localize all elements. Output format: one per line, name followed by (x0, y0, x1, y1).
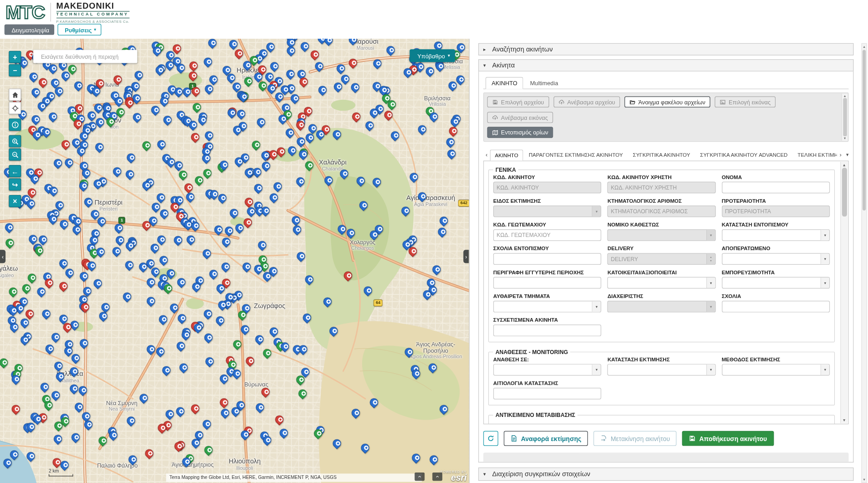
tab-sygkritika-advanced[interactable]: ΣΥΓΚΡΙΤΙΚΑ ΑΚΙΝΗΤΟΥ ADVANCED (696, 149, 792, 160)
select-input-nomiko-kathestos (608, 229, 715, 241)
field-label-kod-geotemaxiou: ΚΩΔ. ΓΕΩΤΕΜΑΧΙΟΥ (493, 221, 601, 227)
zoom-in-tool-button[interactable] (9, 135, 21, 148)
sampling-button[interactable]: Δειγματοληψία (5, 24, 54, 35)
dropdown-arrow-icon[interactable]: ▼ (706, 277, 715, 288)
field-methodos-ektimisis: ΜΕΘΟΔΟΣ ΕΚΤΙΜΗΣΗΣ▼ (722, 356, 830, 376)
map-background (0, 39, 470, 483)
basemap-button[interactable]: Υπόβαθρο ▾ (410, 49, 455, 62)
locate-bounds-button[interactable]: Εντοπισμός ορίων (487, 127, 553, 138)
map-search-input[interactable] (40, 52, 133, 60)
field-label-katoikeitai-axiopoieitai: ΚΑΤΟΙΚΕΙΤΑΙ/ΑΞΙΟΠΟΙΕΙΤΑΙ (608, 269, 715, 275)
chevron-up-button[interactable]: › (432, 473, 442, 481)
dropdown-arrow-icon[interactable]: ▼ (592, 301, 601, 312)
left-panel-handle[interactable]: ‹ (0, 250, 5, 263)
tab-property[interactable]: ΑΚΙΝΗΤΟ (485, 77, 523, 89)
select-input-authaireta-tmimata[interactable] (493, 301, 601, 313)
dropdown-arrow-icon[interactable]: ▼ (821, 277, 829, 288)
dropdown-arrow-icon[interactable]: ▼ (706, 365, 715, 375)
tab-multimedia[interactable]: Multimedia (525, 77, 564, 88)
tab-akinito[interactable]: ΑΚΙΝΗΤΟ (490, 149, 523, 160)
open-file-folder-button[interactable]: Άνοιγμα φακέλου αρχείων (624, 97, 710, 108)
dropdown-arrow-icon[interactable]: ▼ (821, 254, 829, 264)
select-input-anathesi-se[interactable] (493, 364, 601, 376)
tab-teliki-ektimisi[interactable]: ΤΕΛΙΚΗ ΕΚΤΙΜΗΣΗ (793, 149, 837, 160)
upload-file-label: Ανέβασμα αρχείου (567, 98, 615, 105)
scrollbar-thumb[interactable] (842, 168, 847, 216)
info-button[interactable] (9, 118, 21, 131)
select-methodos-ektimisis[interactable]: ▼ (722, 364, 830, 376)
input-kod-geotemaxiou[interactable] (493, 229, 601, 241)
input-onoma[interactable] (722, 182, 830, 194)
close-tools-button[interactable]: × (9, 195, 21, 207)
tab-sygkritika[interactable]: ΣΥΓΚΡΙΤΙΚΑ ΑΚΙΝΗΤΟΥ (628, 149, 694, 160)
tabs-scroll-left-icon[interactable]: ‹ (483, 151, 490, 158)
select-diaxeiristis: ▼ (608, 301, 715, 313)
input-sxolia[interactable] (722, 301, 830, 313)
dropdown-arrow-icon[interactable]: ▼ (592, 365, 601, 375)
accordion-search-properties[interactable]: ▸ Αναζήτηση ακινήτων (478, 43, 853, 56)
map[interactable]: ΜαρούσιMarousiΜελίσσιαMelissiaΗράκλειοIr… (0, 39, 470, 483)
home-icon (11, 91, 19, 98)
input-sysxetismena-akinita[interactable] (493, 324, 601, 336)
tabs-overflow-icon[interactable]: ▾ (846, 152, 849, 157)
input-sxolia-entopismou[interactable] (493, 253, 601, 265)
previous-extent-button[interactable]: ← (9, 165, 21, 177)
field-label-ktimatologikos-arithmos: ΚΤΗΜΑΤΟΛΟΓΙΚΟΣ ΑΡΙΘΜΟΣ (608, 198, 715, 204)
input-perigrafi-eggyteris-perioxis[interactable] (493, 277, 601, 289)
chevron-up-button[interactable]: › (414, 473, 424, 481)
select-authaireta-tmimata[interactable]: ▼ (493, 301, 601, 313)
field-label-katastasi-ektimisis: ΚΑΤΑΣΤΑΣΗ ΕΚΤΙΜΗΣΗΣ (608, 356, 715, 362)
accordion-comparables[interactable]: ▾ Διαχείριση συγκριτικών στοιχείων (478, 468, 853, 481)
scroll-up-icon[interactable]: ▲ (842, 163, 846, 167)
collapse-panel-handle[interactable]: › (463, 250, 469, 263)
home-button[interactable] (9, 88, 21, 101)
field-label-kod-akinitou: ΚΩΔ. ΑΚΙΝΗΤΟΥ (493, 174, 601, 180)
next-extent-button[interactable]: ↪ (9, 178, 21, 190)
scroll-up-icon[interactable]: ▲ (863, 45, 866, 48)
scroll-up-icon[interactable]: ▲ (843, 94, 846, 98)
panel-scrollbar[interactable]: ▲ ▼ (861, 43, 867, 483)
input-aitiologia-katastasis[interactable] (493, 388, 601, 400)
select-katastasi-ektimisis[interactable]: ▼ (608, 364, 715, 376)
select-emporeusimotita[interactable]: ▼ (722, 277, 830, 289)
tabs-scroll-right-icon[interactable]: › (837, 151, 844, 158)
select-anathesi-se[interactable]: ▼ (493, 364, 601, 376)
locate-button[interactable] (9, 102, 21, 114)
select-input-katastasi-entopismou[interactable] (722, 229, 830, 241)
field-proteraiotita: ΠΡΟΤΕΡΑΙΟΤΗΤΑ (722, 198, 830, 217)
select-input-katoikeitai-axiopoieitai[interactable] (608, 277, 715, 289)
select-apoperatomeno[interactable]: ▼ (722, 253, 830, 265)
select-katastasi-entopismou[interactable]: ▼ (722, 229, 830, 241)
refresh-button[interactable] (483, 431, 498, 446)
dropdown-arrow-icon[interactable]: ▼ (821, 230, 829, 240)
select-katoikeitai-axiopoieitai[interactable]: ▼ (608, 277, 715, 289)
refresh-icon (487, 435, 495, 442)
save-property-button[interactable]: Αποθήκευση ακινήτου (682, 431, 774, 446)
valuation-report-button[interactable]: Αναφορά εκτίμησης (504, 431, 588, 446)
scroll-down-icon[interactable]: ▼ (843, 137, 846, 140)
scroll-down-icon[interactable]: ▼ (842, 418, 846, 422)
scalebar-rule (49, 474, 73, 477)
header-toolbar: Δειγματοληψία Ρυθμίσεις ▾ (5, 24, 101, 36)
zoom-out-button[interactable]: − (9, 64, 21, 77)
field-label-sxolia: ΣΧΟΛΙΑ (722, 293, 830, 299)
dropdown-arrow-icon[interactable]: ▼ (821, 365, 829, 375)
form-scrollbar[interactable]: ▲ ▼ (840, 162, 848, 423)
select-input-katastasi-ektimisis[interactable] (608, 364, 715, 376)
select-input-apoperatomeno[interactable] (722, 253, 830, 265)
zoom-in-button[interactable]: + (9, 51, 21, 63)
zoom-out-tool-button[interactable] (9, 149, 21, 161)
select-input-methodos-ektimisis[interactable] (722, 364, 830, 376)
tab-paragontes-ektimisis[interactable]: ΠΑΡΑΓΟΝΤΕΣ ΕΚΤΙΜΗΣΗΣ ΑΚΙΝΗΤΟΥ (524, 149, 627, 160)
scrollbar-thumb[interactable] (843, 98, 847, 136)
select-input-emporeusimotita[interactable] (722, 277, 830, 289)
toolbar-scrollbar[interactable]: ▲ ▼ (842, 93, 848, 140)
scrollbar-thumb[interactable] (863, 50, 866, 211)
property-tabs: ΑΚΙΝΗΤΟ Multimedia (483, 75, 848, 89)
accordion-properties[interactable]: ▾ Ακίνητα (478, 59, 853, 72)
settings-button[interactable]: Ρυθμίσεις ▾ (57, 24, 101, 36)
field-sxolia-entopismou: ΣΧΟΛΙΑ ΕΝΤΟΠΙΣΜΟΥ (493, 246, 601, 265)
fieldset-anatheseis: ΑΝΑΘΕΣΕΙΣ - MONITORINGΑΝΑΘΕΣΗ ΣΕ:▼ΚΑΤΑΣΤ… (488, 349, 835, 406)
scroll-down-icon[interactable]: ▼ (863, 478, 866, 481)
field-kod-akinitou-xristi: ΚΩΔ. ΑΚΙΝΗΤΟΥ ΧΡΗΣΤΗ (608, 174, 715, 194)
